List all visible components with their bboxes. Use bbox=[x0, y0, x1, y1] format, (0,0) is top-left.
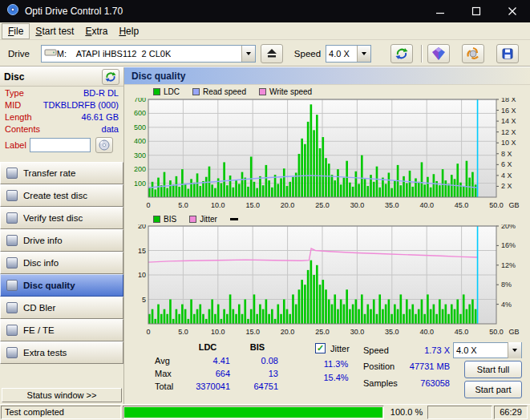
maximize-button[interactable] bbox=[458, 0, 494, 22]
sidebar-item-transfer-rate[interactable]: Transfer rate bbox=[0, 162, 123, 184]
sidebar-button-label: Extra tests bbox=[23, 348, 67, 357]
sidebar-item-cd-bler[interactable]: CD Bler bbox=[0, 297, 123, 319]
disc-refresh-button[interactable] bbox=[102, 69, 119, 85]
app-window: Opti Drive Control 1.70 FileStart testEx… bbox=[0, 0, 530, 420]
refresh-button[interactable] bbox=[390, 44, 413, 63]
svg-text:45.0: 45.0 bbox=[455, 328, 469, 336]
bis-swatch-icon bbox=[153, 216, 160, 223]
svg-text:45.0: 45.0 bbox=[455, 201, 469, 209]
close-button[interactable] bbox=[494, 0, 530, 22]
drive-icon bbox=[44, 48, 57, 59]
sidebar-button-icon bbox=[6, 280, 18, 291]
statusbar-spare bbox=[427, 406, 492, 419]
sidebar-item-verify-test-disc[interactable]: Verify test disc bbox=[0, 207, 123, 229]
info-label: Type bbox=[5, 88, 24, 98]
svg-text:35.0: 35.0 bbox=[385, 328, 399, 336]
statusbar: Test completed 100.0 % 66:29 bbox=[0, 404, 530, 420]
speed-select[interactable]: 4.0 X bbox=[326, 45, 371, 63]
drive-select-arrow-icon[interactable] bbox=[241, 46, 255, 62]
sidebar-item-create-test-disc[interactable]: Create test disc bbox=[0, 184, 123, 207]
disc-info-row-type: TypeBD-R DL bbox=[0, 87, 123, 99]
menubar: FileStart testExtraHelp bbox=[0, 22, 530, 40]
toolbar: Drive M: ATAPI iHBS112 2 CL0K Speed 4.0 … bbox=[0, 40, 530, 67]
sidebar-item-extra-tests[interactable]: Extra tests bbox=[0, 341, 123, 364]
svg-text:GB: GB bbox=[508, 201, 519, 209]
drive-select[interactable]: M: ATAPI iHBS112 2 CL0K bbox=[41, 45, 256, 63]
status-message: Test completed bbox=[1, 406, 121, 419]
sidebar-button-label: CD Bler bbox=[23, 303, 55, 313]
svg-text:400: 400 bbox=[134, 137, 146, 145]
save-icon bbox=[501, 47, 514, 60]
sidebar-item-disc-quality[interactable]: Disc quality bbox=[0, 274, 123, 297]
label-input[interactable] bbox=[30, 138, 91, 152]
disc-info-row-length: Length46.61 GB bbox=[0, 111, 123, 123]
legend-label: Write speed bbox=[269, 87, 312, 96]
sidebar-button-label: Create test disc bbox=[23, 191, 87, 200]
minimize-button[interactable] bbox=[422, 0, 458, 22]
speed-stat-value: 1.73 X bbox=[400, 345, 450, 355]
svg-text:18 X: 18 X bbox=[501, 98, 516, 103]
sidebar-item-drive-info[interactable]: Drive info bbox=[0, 229, 123, 252]
gem-icon bbox=[431, 46, 446, 61]
legend-label: LDC bbox=[164, 87, 180, 96]
svg-text:16%: 16% bbox=[501, 241, 516, 249]
menu-start-test[interactable]: Start test bbox=[30, 24, 79, 38]
menu-file[interactable]: File bbox=[2, 23, 30, 39]
start-full-button[interactable]: Start full bbox=[464, 361, 522, 378]
svg-text:40.0: 40.0 bbox=[419, 201, 434, 209]
svg-text:5.0: 5.0 bbox=[178, 201, 188, 209]
speed-select-arrow-icon[interactable] bbox=[357, 46, 370, 62]
max-row-label: Max bbox=[155, 369, 172, 378]
eject-button[interactable] bbox=[261, 44, 283, 63]
sidebar-button-icon bbox=[6, 325, 18, 336]
svg-text:10: 10 bbox=[138, 271, 146, 279]
legend-ldc: LDC bbox=[153, 87, 180, 96]
menu-extra[interactable]: Extra bbox=[79, 24, 113, 38]
legend-label: Jitter bbox=[200, 215, 217, 224]
speed-label: Speed bbox=[294, 49, 321, 59]
disc-refresh-icon bbox=[105, 71, 116, 83]
elapsed-time: 66:29 bbox=[494, 406, 528, 419]
legend-label: Read speed bbox=[203, 87, 246, 96]
svg-text:16 X: 16 X bbox=[501, 107, 516, 115]
svg-text:12 X: 12 X bbox=[501, 128, 516, 136]
svg-text:0: 0 bbox=[146, 201, 150, 209]
grab-disc-tool-button[interactable] bbox=[462, 44, 484, 63]
sidebar-button-icon bbox=[6, 168, 18, 179]
start-part-button[interactable]: Start part bbox=[464, 381, 522, 398]
svg-text:30.0: 30.0 bbox=[350, 201, 365, 209]
quality-speed-select[interactable]: 4.0 X bbox=[453, 342, 522, 358]
cd-icon bbox=[99, 139, 110, 151]
position-marker-swatch-icon bbox=[230, 218, 238, 220]
content-panel: Disc quality LDCRead speedWrite speed 05… bbox=[124, 67, 530, 404]
progress-fill bbox=[124, 407, 382, 418]
save-tool-button[interactable] bbox=[496, 44, 519, 63]
legend-label: BIS bbox=[164, 215, 176, 224]
svg-text:50.0: 50.0 bbox=[489, 201, 504, 209]
position-stat-label: Position bbox=[363, 361, 394, 371]
gem-tool-button[interactable] bbox=[427, 44, 450, 63]
panel-header: Disc quality bbox=[124, 67, 530, 85]
quality-speed-arrow-icon[interactable] bbox=[508, 342, 521, 358]
legend-read-speed: Read speed bbox=[192, 87, 246, 96]
sidebar-button-icon bbox=[6, 212, 18, 224]
legend-bis: BIS bbox=[153, 215, 176, 224]
svg-text:6 X: 6 X bbox=[501, 160, 512, 168]
svg-text:40.0: 40.0 bbox=[419, 328, 434, 336]
read-speed-swatch-icon bbox=[192, 88, 200, 95]
menu-help[interactable]: Help bbox=[113, 24, 144, 38]
disc-label-button[interactable] bbox=[95, 137, 113, 153]
label-row: Label bbox=[0, 135, 123, 155]
max-bis-value: 13 bbox=[237, 369, 278, 378]
svg-text:14 X: 14 X bbox=[501, 117, 516, 125]
sidebar-button-label: Disc quality bbox=[23, 281, 75, 290]
status-window-button[interactable]: Status window >> bbox=[2, 388, 122, 402]
svg-text:700: 700 bbox=[134, 98, 146, 103]
sidebar-item-disc-info[interactable]: Disc info bbox=[0, 252, 123, 274]
ldc-chart: 05.010.015.020.025.030.035.040.045.050.0… bbox=[124, 98, 528, 213]
sidebar-item-fe-te[interactable]: FE / TE bbox=[0, 319, 123, 341]
avg-row-label: Avg bbox=[155, 356, 170, 365]
samples-stat-value: 763058 bbox=[400, 378, 450, 388]
avg-bis-value: 0.08 bbox=[237, 356, 278, 365]
jitter-checkbox[interactable]: ✓ bbox=[315, 343, 326, 353]
